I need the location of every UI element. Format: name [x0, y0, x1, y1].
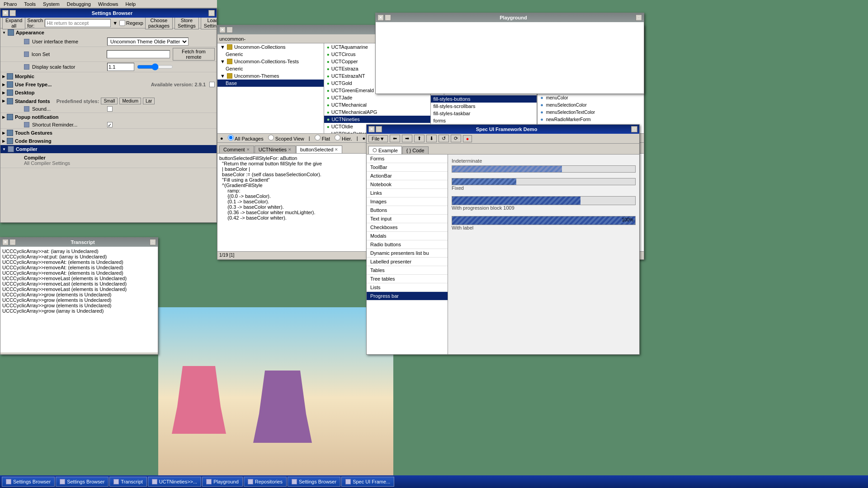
- shortcut-checkbox[interactable]: ✓: [107, 122, 113, 127]
- sidebar-images[interactable]: Images: [367, 197, 448, 206]
- trans-close[interactable]: ✕: [2, 239, 9, 245]
- taskbar-spec-ui[interactable]: Spec UI Frame...: [341, 477, 394, 487]
- taskbar-playground[interactable]: Playground: [202, 477, 243, 487]
- sidebar-tables[interactable]: Tables: [367, 266, 448, 275]
- spec-close[interactable]: ✕: [368, 126, 375, 132]
- radio-scoped[interactable]: [268, 135, 274, 141]
- method-radio[interactable]: ● newRadioMarkerForm: [538, 116, 644, 123]
- minimize-button[interactable]: _: [9, 10, 16, 16]
- sidebar-notebook[interactable]: Notebook: [367, 180, 448, 189]
- close-button[interactable]: ✕: [2, 10, 9, 16]
- scale-slider[interactable]: [137, 63, 173, 70]
- close-buttonselected-tab[interactable]: ✕: [335, 147, 338, 152]
- group-code-browsing[interactable]: ▶ Code Browsing: [0, 137, 217, 145]
- style-large-button[interactable]: Lar: [143, 98, 155, 104]
- file-menu-button[interactable]: File▼: [368, 135, 388, 142]
- sidebar-lists[interactable]: Lists: [367, 283, 448, 292]
- forward-button[interactable]: ➡: [402, 135, 412, 142]
- sidebar-forms[interactable]: Forms: [367, 155, 448, 163]
- pkg-base[interactable]: Base: [217, 80, 324, 87]
- sidebar-modals[interactable]: Modals: [367, 232, 448, 240]
- maximize-button[interactable]: □: [208, 10, 215, 16]
- menu-windows[interactable]: Windows: [94, 1, 122, 7]
- class-uctm[interactable]: ● UCTMechanical: [324, 101, 430, 108]
- class-uctn[interactable]: ● UCTNineties: [324, 116, 430, 123]
- pg-maximize[interactable]: □: [636, 14, 642, 21]
- theme-dropdown[interactable]: Uncommon Theme Oldie Patterns: [107, 38, 189, 46]
- back-button[interactable]: ⬅: [390, 135, 400, 142]
- expand-all-button[interactable]: Expand all: [2, 18, 25, 29]
- sidebar-links[interactable]: Links: [367, 189, 448, 197]
- pkg-uncommon-themes[interactable]: ▼ Uncommon-Themes: [217, 72, 324, 80]
- pg-minimize[interactable]: _: [385, 14, 391, 21]
- group-standard-fonts[interactable]: ▶ Standard fonts Predefined styles: Smal…: [0, 97, 217, 105]
- sidebar-dynamic[interactable]: Dynamic presenters list bu: [367, 249, 448, 258]
- choose-packages-button[interactable]: Choose packages: [145, 18, 173, 29]
- menu-debugging[interactable]: Debugging: [63, 1, 94, 7]
- radio-all[interactable]: [228, 135, 234, 141]
- icon-set-input[interactable]: [107, 50, 170, 58]
- regexp-checkbox[interactable]: [119, 19, 125, 27]
- group-compiler[interactable]: ▼ Compiler: [0, 145, 217, 153]
- record-button[interactable]: ●: [463, 135, 472, 142]
- menu-pharo[interactable]: Pharo: [0, 1, 20, 7]
- group-freetype[interactable]: ▶ Use Free type... Available version: 2.…: [0, 80, 217, 89]
- scale-input[interactable]: [107, 63, 134, 71]
- style-small-button[interactable]: Small: [101, 98, 118, 104]
- sidebar-tree-tables[interactable]: Tree tables: [367, 275, 448, 283]
- taskbar-settings-1[interactable]: Settings Browser: [2, 477, 55, 487]
- fetch-remote-button[interactable]: Fetch from remote: [173, 48, 215, 61]
- style-medium-button[interactable]: Medium: [119, 98, 141, 104]
- trans-maximize[interactable]: □: [150, 239, 156, 245]
- tab-code[interactable]: { } Code: [402, 146, 429, 154]
- spec-maximize[interactable]: □: [631, 126, 637, 132]
- pkg-uncommon-collections-tests[interactable]: ▼ Uncommon-Collections-Tests: [217, 58, 324, 65]
- pkg-generic-1[interactable]: Generic: [217, 51, 324, 58]
- class-uctma[interactable]: ● UCTMechanicalAPG: [324, 108, 430, 116]
- pg-close[interactable]: ✕: [377, 14, 384, 21]
- sidebar-progress-bar[interactable]: Progress bar: [367, 292, 448, 300]
- menu-tools[interactable]: Tools: [20, 1, 39, 7]
- sound-checkbox[interactable]: [107, 106, 113, 112]
- group-popup[interactable]: ▶ Popup notification: [0, 113, 217, 121]
- taskbar-repositories[interactable]: Repositories: [244, 477, 287, 487]
- tab-comment[interactable]: Comment ✕: [219, 145, 254, 153]
- sidebar-checkboxes[interactable]: Checkboxes: [367, 223, 448, 232]
- redo-button[interactable]: ⟳: [451, 135, 461, 142]
- pkg-uncommon-collections[interactable]: ▼ Uncommon-Collections: [217, 43, 324, 51]
- search-input[interactable]: [45, 19, 111, 27]
- method-menu-selection-text[interactable]: ● menuSelectionTextColor: [538, 108, 644, 116]
- freetype-checkbox[interactable]: [209, 82, 215, 87]
- group-appearance[interactable]: ▼ Appearance: [0, 28, 217, 37]
- undo-button[interactable]: ↺: [439, 135, 449, 142]
- close-uctnineties-tab[interactable]: ✕: [288, 147, 292, 152]
- taskbar-transcript[interactable]: Transcript: [109, 477, 147, 487]
- sb-minimize-button[interactable]: _: [226, 27, 233, 33]
- group-morphic[interactable]: ▶ Morphic: [0, 72, 217, 80]
- close-comment-tab[interactable]: ✕: [246, 147, 250, 152]
- group-touch[interactable]: ▶ Touch Gestures: [0, 129, 217, 137]
- sb-close-button[interactable]: ✕: [219, 27, 226, 33]
- taskbar-uctnineties[interactable]: UCTNineties>>...: [148, 477, 201, 487]
- proto-fill-styles-buttons[interactable]: fill-styles-buttons: [431, 95, 537, 103]
- trans-minimize[interactable]: _: [9, 239, 16, 245]
- taskbar-settings-3[interactable]: Settings Browser: [288, 477, 340, 487]
- playground-content[interactable]: [376, 22, 644, 94]
- method-menu-selection[interactable]: ● menuSelectionColor: [538, 101, 644, 108]
- store-settings-button[interactable]: Store Settings: [175, 18, 199, 29]
- proto-fill-styles-taskbar[interactable]: fill-styles-taskbar: [431, 110, 537, 117]
- menu-help[interactable]: Help: [122, 1, 140, 7]
- menu-system[interactable]: System: [39, 1, 63, 7]
- sidebar-text-input[interactable]: Text input: [367, 215, 448, 223]
- taskbar-settings-2[interactable]: Settings Browser: [56, 477, 108, 487]
- group-desktop[interactable]: ▶ Desktop: [0, 89, 217, 97]
- sidebar-actionbar[interactable]: ActionBar: [367, 172, 448, 180]
- proto-forms[interactable]: forms: [431, 117, 537, 124]
- down-button[interactable]: ⬇: [426, 135, 437, 142]
- proto-fill-styles-scrollbars[interactable]: fill-styles-scrollbars: [431, 103, 537, 110]
- load-settings-button[interactable]: Load Settings: [201, 18, 217, 29]
- sidebar-toolbar[interactable]: ToolBar: [367, 163, 448, 172]
- sidebar-labelled[interactable]: Labelled presenter: [367, 258, 448, 266]
- transcript-text[interactable]: UCCCyclicArray>>at: (iarray is Undeclare…: [0, 247, 158, 352]
- method-menu-color[interactable]: ● menuColor: [538, 94, 644, 101]
